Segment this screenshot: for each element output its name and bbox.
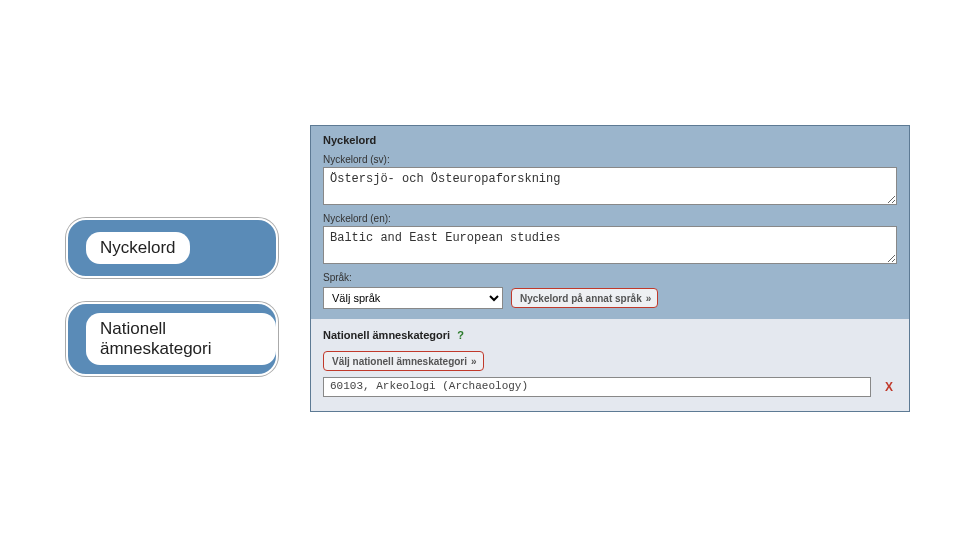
keywords-en-label: Nyckelord (en):: [323, 213, 897, 224]
sidebar-pill-label: Nyckelord: [86, 232, 190, 264]
remove-category-button[interactable]: X: [881, 380, 897, 394]
selected-category-field[interactable]: 60103, Arkeologi (Archaeology): [323, 377, 871, 397]
chevron-right-icon: »: [646, 293, 650, 304]
help-icon[interactable]: ?: [457, 329, 464, 341]
language-label: Språk:: [323, 272, 897, 283]
category-title: Nationell ämneskategori ?: [323, 329, 897, 341]
button-label: Nyckelord på annat språk: [520, 293, 642, 304]
form-panel: Nyckelord Nyckelord (sv): Nyckelord (en)…: [310, 125, 910, 412]
chevron-right-icon: »: [471, 356, 475, 367]
keywords-en-input[interactable]: [323, 226, 897, 264]
keywords-other-lang-button[interactable]: Nyckelord på annat språk »: [511, 288, 658, 308]
keywords-sv-input[interactable]: [323, 167, 897, 205]
keywords-section: Nyckelord Nyckelord (sv): Nyckelord (en)…: [311, 126, 909, 319]
keywords-title: Nyckelord: [323, 134, 897, 146]
language-select[interactable]: Välj språk: [323, 287, 503, 309]
sidebar-pill-keywords: Nyckelord: [66, 218, 278, 278]
category-title-text: Nationell ämneskategori: [323, 329, 450, 341]
category-section: Nationell ämneskategori ? Välj nationell…: [311, 319, 909, 411]
button-label: Välj nationell ämneskategori: [332, 356, 467, 367]
sidebar-pill-label: Nationell ämneskategori: [86, 313, 276, 364]
sidebar-pill-category: Nationell ämneskategori: [66, 302, 278, 376]
keywords-sv-label: Nyckelord (sv):: [323, 154, 897, 165]
choose-category-button[interactable]: Välj nationell ämneskategori »: [323, 351, 484, 371]
